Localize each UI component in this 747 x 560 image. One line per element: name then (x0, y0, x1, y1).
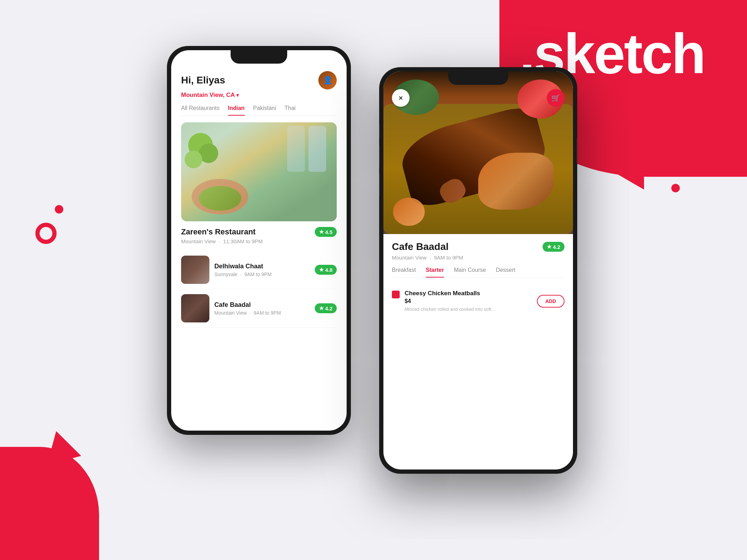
phone2-restaurant-meta: Mountain View · 9AM to 9PM (392, 255, 564, 261)
menu-item-info: Cheesy Chicken Meatballs $4 Minced chick… (405, 290, 537, 313)
star-icon: ★ (319, 267, 324, 273)
phone-1-notch (231, 50, 287, 64)
tab-main-course[interactable]: Main Course (454, 267, 486, 278)
tab-breakfast[interactable]: Breakfast (392, 267, 416, 278)
featured-restaurant-name: Zareen's Restaurant (181, 227, 256, 237)
tab-pakistani[interactable]: Pakistani (253, 105, 276, 116)
featured-restaurant-rating: ★ 4.5 (315, 227, 337, 237)
phone1-tabs: All Restaurants Indian Pakistani Thai (181, 105, 337, 116)
phone1-header: Hi, Eliyas 👤 (181, 71, 337, 89)
featured-restaurant-meta: Mountain View · 11:30AM to 9PM (181, 238, 337, 244)
delhiwala-food-img (181, 256, 209, 284)
menu-item-name: Cheesy Chicken Meatballs (405, 290, 537, 297)
menu-item-description: Minced chicken rolled and cooked into so… (405, 306, 537, 313)
list-item-cafe-baadal[interactable]: Cafe Baadal Mountain View · 9AM to 9PM ★… (181, 289, 337, 328)
phone2-rating-value: 4.2 (553, 244, 560, 250)
star-icon: ★ (547, 244, 551, 250)
cafe-baadal-food-img (181, 294, 209, 322)
phone1-greeting: Hi, Eliyas (181, 75, 225, 86)
chicken-food (478, 153, 554, 210)
deco-dot-right (671, 184, 680, 192)
cafe-baadal-info: Cafe Baadal Mountain View · 9AM to 9PM (214, 301, 310, 316)
restaurant-hero-image (181, 122, 337, 221)
cafe-baadal-thumb (181, 294, 209, 322)
phone1-location[interactable]: Mountain View, CA (181, 92, 337, 99)
phone-2: × 🛒 Cafe Baadal ★ 4.2 Mountain View (379, 67, 577, 474)
phone2-name-row: Cafe Baadal ★ 4.2 (392, 241, 564, 252)
phone-2-screen: × 🛒 Cafe Baadal ★ 4.2 Mountain View (383, 71, 573, 469)
list-item-delhiwala[interactable]: Delhiwala Chaat Sunnyvale · 9AM to 9PM ★… (181, 251, 337, 289)
close-icon: × (399, 94, 403, 102)
add-to-cart-button[interactable]: ADD (537, 295, 564, 308)
phone-1-content: Hi, Eliyas 👤 Mountain View, CA All Resta… (171, 50, 347, 431)
cafe-baadal-meta: Mountain View · 9AM to 9PM (214, 310, 310, 316)
phone2-vol-up-btn (379, 145, 380, 168)
phone2-power-btn (577, 138, 577, 163)
phones-container: Hi, Eliyas 👤 Mountain View, CA All Resta… (153, 18, 577, 548)
phone-2-notch (448, 71, 508, 85)
phone2-hero-image: × 🛒 (383, 71, 573, 234)
phone1-avatar: 👤 (318, 71, 337, 89)
delhiwala-thumb (181, 256, 209, 284)
tab-all-restaurants[interactable]: All Restaurants (181, 105, 220, 116)
cafe-baadal-name: Cafe Baadal (214, 301, 310, 309)
phone2-food-bg (383, 71, 573, 234)
phone2-menu-tabs: Breakfast Starter Main Course Dessert (392, 267, 564, 278)
deco-ring (35, 223, 57, 244)
delhiwala-rating: ★ 4.8 (315, 265, 337, 275)
cart-button[interactable]: 🛒 (547, 89, 564, 107)
menu-item-icon (392, 291, 400, 298)
tab-starter[interactable]: Starter (426, 267, 444, 278)
phone2-info: Cafe Baadal ★ 4.2 Mountain View · 9AM to… (383, 234, 573, 318)
hero-food-image (181, 122, 337, 221)
phone-1: Hi, Eliyas 👤 Mountain View, CA All Resta… (167, 46, 351, 435)
delhiwala-name: Delhiwala Chaat (214, 263, 310, 270)
featured-rating-value: 4.5 (325, 229, 332, 235)
tab-dessert[interactable]: Dessert (496, 267, 515, 278)
featured-restaurant-name-row: Zareen's Restaurant ★ 4.5 (181, 227, 337, 237)
phone2-rating-badge: ★ 4.2 (543, 242, 564, 252)
menu-item-cheesy-chicken: Cheesy Chicken Meatballs $4 Minced chick… (392, 284, 564, 318)
cart-icon: 🛒 (551, 94, 560, 102)
deco-dot-left (55, 205, 63, 214)
phone-1-screen: Hi, Eliyas 👤 Mountain View, CA All Resta… (171, 50, 347, 431)
phone2-vol-down-btn (379, 173, 380, 196)
phone2-mute-btn (379, 124, 380, 138)
back-button[interactable]: × (392, 89, 410, 107)
delhiwala-info: Delhiwala Chaat Sunnyvale · 9AM to 9PM (214, 263, 310, 277)
cafe-baadal-rating: ★ 4.2 (315, 303, 337, 313)
menu-item-left: Cheesy Chicken Meatballs $4 Minced chick… (392, 290, 537, 313)
tab-indian[interactable]: Indian (228, 105, 245, 116)
menu-item-price: $4 (405, 298, 537, 304)
delhiwala-meta: Sunnyvale · 9AM to 9PM (214, 272, 310, 277)
star-icon: ★ (319, 229, 324, 235)
deco-triangle-left (39, 427, 81, 465)
star-icon: ★ (319, 305, 324, 311)
tab-thai[interactable]: Thai (285, 105, 296, 116)
phone2-restaurant-name: Cafe Baadal (392, 241, 448, 252)
